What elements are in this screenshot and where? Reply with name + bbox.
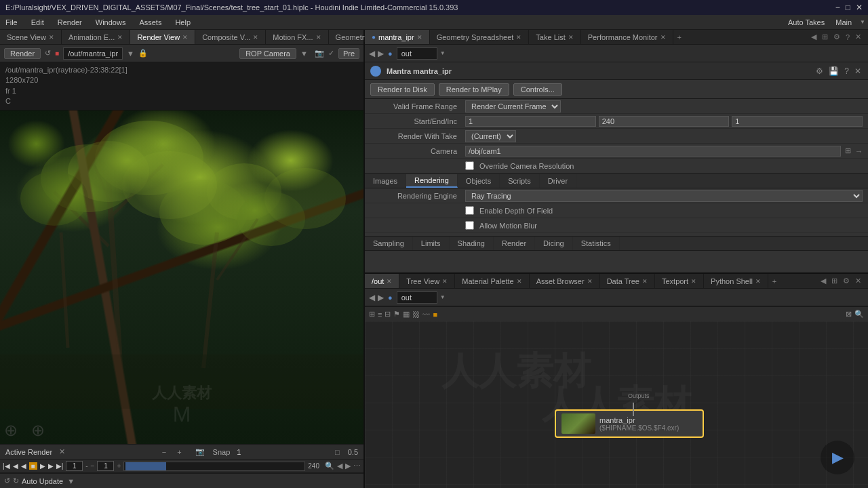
bottom-panel-detach[interactable]: ⊞ bbox=[830, 275, 839, 287]
nav-fwd-btn[interactable]: ▶ bbox=[378, 49, 384, 58]
nav-dropdown-arrow[interactable]: ▼ bbox=[440, 50, 446, 56]
tab-out[interactable]: /out ✕ bbox=[365, 274, 399, 288]
mantra-close-icon[interactable]: ✕ bbox=[853, 65, 863, 77]
node-editor[interactable]: 人人素材 人人素材 mantra_ipr ($HIPNAME.$OS.$F4.e… bbox=[365, 321, 868, 488]
auto-update-arrow[interactable]: ▼ bbox=[67, 477, 75, 485]
mantra-save-icon[interactable]: 💾 bbox=[827, 65, 840, 77]
controls-btn[interactable]: Controls... bbox=[513, 83, 562, 96]
snap-icon[interactable]: 📷 bbox=[195, 447, 205, 456]
nav-circle-right[interactable]: ⊕ bbox=[31, 421, 45, 440]
tab-composite-close[interactable]: ✕ bbox=[253, 34, 258, 41]
nav-right-icon[interactable]: ▶ bbox=[345, 462, 351, 470]
tab-scene-view-close[interactable]: ✕ bbox=[49, 34, 54, 41]
render-to-mplay-btn[interactable]: Render to MPlay bbox=[439, 83, 509, 96]
menu-render[interactable]: Render bbox=[55, 17, 85, 28]
minimize-btn[interactable]: − bbox=[835, 3, 840, 12]
pre-btn[interactable]: Pre bbox=[338, 48, 359, 59]
skip-start-btn[interactable]: |◀ bbox=[3, 462, 10, 470]
menu-help[interactable]: Help bbox=[172, 17, 193, 28]
tab-tree-view[interactable]: Tree View ✕ bbox=[399, 274, 455, 288]
play-reverse-btn[interactable]: ◀ bbox=[21, 462, 26, 470]
next-frame-btn[interactable]: ▶ bbox=[48, 462, 54, 470]
tab-performance[interactable]: Performance Monitor ✕ bbox=[581, 30, 673, 44]
nav-left-icon[interactable]: ◀ bbox=[337, 462, 342, 470]
tab-dicing[interactable]: Dicing bbox=[535, 237, 573, 250]
node-search-icon[interactable]: 🔍 bbox=[854, 310, 864, 319]
rendering-engine-select[interactable]: Ray Tracing bbox=[465, 190, 863, 202]
dof-checkbox[interactable] bbox=[465, 206, 474, 215]
menu-edit[interactable]: Edit bbox=[28, 17, 47, 28]
panel-icon-detach[interactable]: ⊞ bbox=[821, 31, 829, 43]
link-icon[interactable]: ⛓ bbox=[412, 310, 420, 319]
override-camera-checkbox[interactable] bbox=[465, 161, 474, 170]
tab-scene-view[interactable]: Scene View ✕ bbox=[0, 30, 62, 44]
main-dropdown-arrow[interactable]: ▼ bbox=[860, 19, 865, 25]
tab-asset-browser[interactable]: Asset Browser ✕ bbox=[530, 274, 600, 288]
data-tab-close[interactable]: ✕ bbox=[642, 278, 648, 285]
tab-mantra-ipr[interactable]: ● mantra_ipr ✕ bbox=[365, 30, 430, 44]
menu-windows[interactable]: Windows bbox=[93, 17, 129, 28]
bottom-tab-add[interactable]: + bbox=[768, 276, 781, 287]
start-input[interactable] bbox=[465, 116, 596, 127]
motion-blur-checkbox[interactable] bbox=[465, 221, 474, 230]
out-tab-close[interactable]: ✕ bbox=[387, 278, 392, 285]
filter-icon[interactable]: ▦ bbox=[403, 310, 410, 319]
tab-images[interactable]: Images bbox=[365, 174, 406, 188]
current-frame-input[interactable] bbox=[97, 461, 114, 471]
auto-takes-btn[interactable]: Auto Takes bbox=[785, 17, 827, 28]
bottom-panel-gear[interactable]: ⚙ bbox=[842, 275, 851, 287]
tab-shading[interactable]: Shading bbox=[450, 237, 494, 250]
update-icon[interactable]: ↺ bbox=[4, 476, 10, 485]
play-overlay-btn[interactable]: ▶ bbox=[821, 441, 854, 474]
flag-icon[interactable]: ⚑ bbox=[393, 310, 400, 319]
tab-render[interactable]: Render bbox=[494, 237, 535, 250]
timeline-more-icon[interactable]: ⋯ bbox=[353, 462, 361, 470]
tab-material-palette[interactable]: Material Palette ✕ bbox=[455, 274, 529, 288]
node-nav-back[interactable]: ◀ bbox=[369, 293, 375, 302]
check-icon[interactable]: ✓ bbox=[328, 49, 334, 58]
render-take-select[interactable]: (Current) bbox=[465, 130, 516, 142]
bottom-panel-icon-left[interactable]: ◀ bbox=[819, 275, 827, 287]
menu-assets[interactable]: Assets bbox=[136, 17, 164, 28]
zoom-icon[interactable]: 🔍 bbox=[325, 462, 334, 470]
tab-textport[interactable]: Textport ✕ bbox=[655, 274, 704, 288]
tab-driver[interactable]: Driver bbox=[540, 174, 576, 188]
tab-render-view-close[interactable]: ✕ bbox=[182, 34, 188, 41]
tab-composite[interactable]: Composite V... ✕ bbox=[195, 30, 266, 44]
active-render-close[interactable]: ✕ bbox=[59, 447, 65, 456]
nav-back-btn[interactable]: ◀ bbox=[369, 49, 375, 58]
menu-file[interactable]: File bbox=[3, 17, 20, 28]
skip-end-btn[interactable]: ▶| bbox=[56, 462, 64, 470]
grid-icon[interactable]: ⊞ bbox=[369, 310, 375, 319]
active-render-minus[interactable]: − bbox=[159, 448, 169, 456]
tab-data-tree[interactable]: Data Tree ✕ bbox=[600, 274, 655, 288]
close-btn[interactable]: ✕ bbox=[856, 3, 863, 12]
tab-animation-close[interactable]: ✕ bbox=[117, 34, 123, 41]
node-nav-fwd[interactable]: ▶ bbox=[378, 293, 384, 302]
asset-tab-close[interactable]: ✕ bbox=[587, 278, 593, 285]
tab-statistics[interactable]: Statistics bbox=[573, 237, 620, 250]
tab-take-list[interactable]: Take List ✕ bbox=[529, 30, 580, 44]
tab-sampling[interactable]: Sampling bbox=[365, 237, 413, 250]
list-icon[interactable]: ≡ bbox=[378, 310, 382, 319]
panel-icon-close[interactable]: ✕ bbox=[854, 31, 863, 43]
python-tab-close[interactable]: ✕ bbox=[755, 278, 761, 285]
prev-frame-btn[interactable]: ◀ bbox=[13, 462, 18, 470]
frame-size-icon[interactable]: □ bbox=[335, 448, 340, 456]
rop-camera-btn[interactable]: ROP Camera bbox=[239, 48, 296, 59]
path-arrow-icon[interactable]: ▼ bbox=[127, 49, 134, 58]
mantra-help-icon[interactable]: ? bbox=[843, 65, 850, 77]
textport-tab-close[interactable]: ✕ bbox=[691, 278, 696, 285]
geo-tab-close[interactable]: ✕ bbox=[516, 34, 521, 41]
right-tab-add[interactable]: + bbox=[673, 32, 686, 43]
tab-scripts[interactable]: Scripts bbox=[500, 174, 540, 188]
tab-render-view[interactable]: Render View ✕ bbox=[130, 30, 195, 44]
inc-input[interactable] bbox=[732, 116, 863, 127]
tab-rendering[interactable]: Rendering bbox=[406, 174, 458, 188]
valid-frame-range-select[interactable]: Render Current Frame bbox=[465, 100, 561, 113]
perf-tab-close[interactable]: ✕ bbox=[660, 34, 666, 41]
step-plus[interactable]: + bbox=[117, 462, 121, 470]
start-frame-input[interactable] bbox=[66, 461, 83, 471]
lock-icon[interactable]: 🔒 bbox=[138, 49, 148, 58]
camera-input[interactable] bbox=[465, 146, 841, 157]
